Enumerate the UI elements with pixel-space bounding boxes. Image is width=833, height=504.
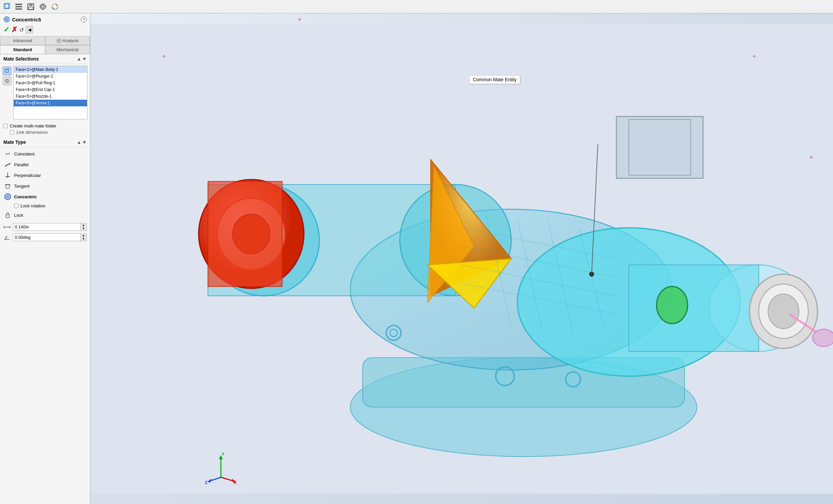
- tab-row: Advanced Analysis: [0, 36, 90, 45]
- distance-icon: [3, 223, 11, 231]
- svg-point-11: [40, 4, 46, 9]
- parallel-icon: [4, 161, 11, 168]
- target-icon[interactable]: [38, 2, 48, 11]
- mate-selections-header: Mate Selections ▲ ▼: [0, 54, 90, 64]
- link-dimensions-row: Link dimensions: [0, 129, 90, 137]
- lock-rotation-checkbox[interactable]: [14, 204, 18, 208]
- angle-icon: [3, 234, 11, 241]
- distance-increment[interactable]: ▲: [81, 223, 86, 227]
- mate-selections-label: Mate Selections: [3, 56, 39, 61]
- list-item[interactable]: Face<3>@Pull Ring-1: [14, 80, 87, 86]
- plus-marker: +: [162, 53, 166, 60]
- expand-down-button[interactable]: ▼: [82, 56, 87, 61]
- mate-perpendicular[interactable]: Perpendicular: [0, 170, 90, 181]
- list-item[interactable]: Face<5>@Nozzle-1: [14, 93, 87, 100]
- mate-selections-area: Face<1>@Main Body-1 Face<2>@Plunger-1 Fa…: [0, 64, 90, 121]
- svg-rect-6: [16, 6, 22, 7]
- svg-rect-78: [616, 117, 703, 178]
- angle-increment[interactable]: ▲: [81, 234, 86, 237]
- mate-concentric[interactable]: Concentric: [0, 191, 90, 202]
- mate-parallel[interactable]: Parallel: [0, 159, 90, 170]
- concentric-title-icon: [3, 16, 10, 23]
- svg-point-12: [42, 5, 44, 8]
- distance-decrement[interactable]: ▼: [81, 227, 86, 231]
- tab-mechanical[interactable]: Mechanical: [45, 45, 90, 54]
- mate-type-arrows: ▲ ▼: [77, 140, 87, 145]
- cancel-button[interactable]: ✗: [11, 25, 17, 34]
- svg-point-18: [53, 5, 56, 8]
- analysis-icon: [56, 39, 61, 43]
- angle-decrement[interactable]: ▼: [81, 237, 86, 241]
- svg-rect-9: [29, 4, 32, 6]
- distance-input[interactable]: 0.140in: [13, 223, 80, 230]
- tab-analysis[interactable]: Analysis: [45, 36, 90, 45]
- cube-icon[interactable]: [2, 2, 11, 11]
- common-mate-entity-tooltip: Common Mate Entity: [469, 75, 520, 84]
- face-selector-icon[interactable]: [3, 67, 11, 75]
- plus-marker: +: [298, 16, 302, 23]
- mate-coincident[interactable]: Coincident: [0, 149, 90, 159]
- 3d-model-svg: [90, 14, 833, 504]
- list-item[interactable]: Face<1>@Main Body-1: [14, 66, 87, 73]
- perpendicular-label: Perpendicular: [14, 173, 41, 178]
- mate-type-expand[interactable]: ▼: [82, 140, 87, 145]
- svg-point-39: [7, 196, 8, 197]
- svg-rect-7: [16, 8, 22, 10]
- plus-marker: +: [809, 154, 813, 161]
- svg-rect-41: [6, 215, 9, 218]
- selection-list: Face<1>@Main Body-1 Face<2>@Plunger-1 Fa…: [14, 66, 87, 119]
- selection-icons: [3, 66, 11, 119]
- help-button[interactable]: ?: [81, 17, 87, 22]
- tangent-icon: [4, 182, 11, 190]
- feature-name: Concentric5: [12, 17, 41, 22]
- list-item[interactable]: Face<6>@Arrow-1: [14, 100, 87, 106]
- svg-point-66: [768, 294, 799, 329]
- list-item[interactable]: Face<4>@End Cap-1: [14, 86, 87, 93]
- save-icon[interactable]: [26, 2, 35, 11]
- svg-rect-57: [208, 181, 282, 286]
- svg-rect-63: [629, 265, 759, 352]
- pin-button[interactable]: ◀: [26, 26, 33, 33]
- coincident-label: Coincident: [14, 151, 34, 156]
- collapse-up-button[interactable]: ▲: [77, 56, 81, 61]
- link-dimensions-label: Link dimensions: [17, 130, 48, 135]
- perpendicular-icon: [4, 172, 11, 179]
- confirm-button[interactable]: ✓: [3, 25, 9, 34]
- svg-rect-5: [16, 4, 22, 5]
- tab-row-2: Standard Mechanical: [0, 45, 90, 54]
- parallel-label: Parallel: [14, 162, 28, 167]
- mate-lock[interactable]: Lock: [0, 210, 90, 220]
- tab-advanced[interactable]: Advanced: [0, 36, 45, 45]
- svg-line-46: [4, 236, 7, 240]
- link-dimensions-checkbox[interactable]: [10, 130, 15, 134]
- svg-line-31: [5, 163, 10, 166]
- svg-rect-10: [28, 7, 33, 9]
- edge-selector-icon[interactable]: [3, 77, 11, 85]
- axis-widget: Y X Z: [204, 451, 238, 484]
- angle-input[interactable]: 0.00deg: [13, 234, 80, 241]
- left-panel: Concentric5 ? ✓ ✗ ↺ ◀ Advanced Analysi: [0, 14, 90, 504]
- lock-rotation-label: Lock rotation: [20, 203, 45, 208]
- panel-title-bar: Concentric5 ?: [0, 14, 90, 24]
- svg-point-35: [6, 185, 10, 188]
- create-multi-mate-row: Create multi-mate folder: [0, 121, 90, 129]
- undo-button[interactable]: ↺: [19, 27, 24, 33]
- lock-label: Lock: [14, 213, 23, 218]
- color-icon[interactable]: [50, 2, 60, 11]
- angle-input-row: 0.00deg ▲ ▼: [0, 232, 90, 243]
- edge-icon: [4, 78, 10, 84]
- create-multi-mate-checkbox[interactable]: [3, 124, 8, 128]
- svg-point-69: [657, 286, 687, 324]
- viewport[interactable]: + + + +: [90, 14, 833, 504]
- tab-standard[interactable]: Standard: [0, 45, 45, 54]
- distance-spin-buttons: ▲ ▼: [80, 223, 86, 230]
- svg-point-68: [813, 329, 833, 347]
- plus-marker: +: [752, 53, 756, 60]
- list-item[interactable]: Face<2>@Plunger-1: [14, 73, 87, 80]
- tangent-label: Tangent: [14, 184, 29, 188]
- mate-type-collapse[interactable]: ▲: [77, 140, 81, 145]
- main-layout: Concentric5 ? ✓ ✗ ↺ ◀ Advanced Analysi: [0, 14, 833, 504]
- list-icon[interactable]: [14, 2, 23, 11]
- mate-tangent[interactable]: Tangent: [0, 181, 90, 191]
- concentric-label: Concentric: [14, 194, 37, 199]
